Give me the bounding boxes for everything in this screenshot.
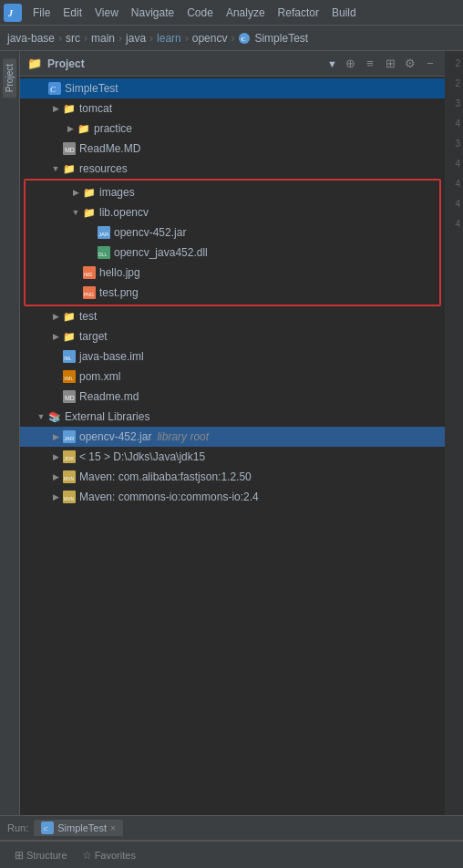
bottom-tab-structure[interactable]: ⊞ Structure bbox=[7, 846, 75, 864]
opencv-dll-arrow bbox=[84, 246, 97, 259]
test-png-label: test.png bbox=[99, 286, 139, 299]
readme-icon: MD bbox=[62, 141, 77, 156]
left-sidebar: Project bbox=[0, 51, 20, 815]
tree-item-resources[interactable]: 📁 resources bbox=[20, 159, 445, 179]
commons-io-label: Maven: commons-io:commons-io:2.4 bbox=[79, 491, 259, 503]
tree-item-ext-opencv-jar[interactable]: JAR opencv-452.jar library root bbox=[20, 427, 445, 447]
tree-item-images[interactable]: 📁 images bbox=[26, 182, 439, 202]
tree-item-maven-fastjson[interactable]: MVN Maven: com.alibaba:fastjson:1.2.50 bbox=[20, 467, 445, 487]
simpletest-arrow bbox=[35, 82, 47, 95]
tree-item-target[interactable]: 📁 target bbox=[20, 326, 445, 346]
jdk15-label: < 15 > D:\Jdks\Java\jdk15 bbox=[79, 450, 205, 463]
toolbar-close-icon[interactable]: − bbox=[423, 57, 437, 71]
breadcrumb-sep-1: › bbox=[58, 32, 62, 45]
commons-io-icon: MVN bbox=[62, 490, 77, 504]
hello-jpg-arrow bbox=[69, 266, 82, 279]
tree-item-readme-md[interactable]: MD ReadMe.MD bbox=[20, 139, 445, 159]
menu-edit[interactable]: Edit bbox=[57, 5, 87, 21]
iml-label: java-base.iml bbox=[79, 350, 144, 363]
run-bar: Run: C SimpleTest × bbox=[0, 815, 463, 841]
breadcrumb-src[interactable]: src bbox=[66, 32, 80, 45]
tree-item-tomcat[interactable]: 📁 tomcat bbox=[20, 98, 445, 119]
svg-text:IML: IML bbox=[64, 356, 72, 361]
run-tab[interactable]: C SimpleTest × bbox=[34, 820, 123, 836]
opencv-dll-icon: DLL bbox=[97, 245, 111, 260]
menu-file[interactable]: File bbox=[27, 5, 56, 21]
tree-item-external-libs[interactable]: 📚 External Libraries bbox=[20, 407, 445, 427]
test-arrow bbox=[49, 310, 62, 323]
project-toolbar-title: Project bbox=[47, 57, 322, 70]
tree-item-simpletest[interactable]: C SimpleTest bbox=[20, 78, 445, 98]
breadcrumb-main[interactable]: main bbox=[91, 32, 115, 45]
opencv-jar-label: opencv-452.jar bbox=[114, 226, 186, 239]
tree-item-hello-jpg[interactable]: IMG hello.jpg bbox=[26, 263, 439, 283]
resources-arrow bbox=[49, 162, 62, 175]
opencv-jar-icon: JAR bbox=[97, 225, 111, 240]
breadcrumb-java[interactable]: java bbox=[126, 32, 146, 45]
line-num-8: 4 bbox=[445, 193, 463, 213]
project-tab-label[interactable]: Project bbox=[3, 58, 16, 98]
jdk15-arrow bbox=[49, 450, 62, 463]
svg-text:MVN: MVN bbox=[64, 496, 75, 501]
structure-icon: ⊞ bbox=[15, 849, 24, 862]
tree-item-opencv-jar[interactable]: JAR opencv-452.jar bbox=[26, 222, 439, 243]
tree-item-libopencv[interactable]: 📁 lib.opencv bbox=[26, 202, 439, 222]
readme-label: ReadMe.MD bbox=[79, 142, 140, 155]
tree-container: C SimpleTest 📁 tomcat bbox=[20, 77, 445, 509]
red-highlight-box: 📁 images 📁 lib.opencv bbox=[24, 179, 441, 306]
breadcrumb-sep-4: › bbox=[149, 32, 153, 45]
resources-label: resources bbox=[79, 162, 128, 175]
toolbar-options-icon[interactable]: ⊞ bbox=[383, 57, 397, 71]
project-dropdown-icon[interactable]: ▼ bbox=[327, 58, 337, 69]
menu-analyze[interactable]: Analyze bbox=[221, 5, 271, 21]
menu-navigate[interactable]: Navigate bbox=[126, 5, 180, 21]
opencv-dll-label: opencv_java452.dll bbox=[114, 246, 208, 259]
images-icon: 📁 bbox=[82, 185, 97, 200]
breadcrumb-simpletest[interactable]: SimpleTest bbox=[254, 32, 308, 45]
run-tab-close-button[interactable]: × bbox=[110, 823, 116, 833]
readme-lower-label: Readme.md bbox=[79, 390, 139, 403]
svg-text:C: C bbox=[242, 36, 246, 43]
tomcat-label: tomcat bbox=[79, 102, 112, 115]
pom-label: pom.xml bbox=[79, 370, 120, 383]
menu-build[interactable]: Build bbox=[326, 5, 362, 21]
toolbar-locate-icon[interactable]: ⊕ bbox=[343, 57, 357, 71]
simpletest-icon: C bbox=[47, 81, 62, 96]
images-label: images bbox=[99, 186, 135, 199]
breadcrumb-learn[interactable]: learn bbox=[157, 32, 181, 45]
line-num-4: 4 bbox=[445, 113, 463, 133]
svg-text:MD: MD bbox=[65, 395, 75, 401]
tree-item-jdk15[interactable]: JDK < 15 > D:\Jdks\Java\jdk15 bbox=[20, 447, 445, 467]
tree-item-readme-lower[interactable]: MD Readme.md bbox=[20, 387, 445, 407]
toolbar-settings-icon[interactable]: ⚙ bbox=[403, 57, 417, 71]
tree-item-test-png[interactable]: PNG test.png bbox=[26, 283, 439, 303]
favorites-icon: ☆ bbox=[82, 849, 92, 862]
hello-jpg-label: hello.jpg bbox=[99, 266, 140, 279]
project-toolbar: 📁 Project ▼ ⊕ ≡ ⊞ ⚙ − bbox=[20, 51, 445, 77]
svg-text:C: C bbox=[50, 85, 57, 94]
practice-arrow bbox=[64, 122, 77, 135]
breadcrumb-opencv[interactable]: opencv bbox=[192, 32, 228, 45]
tree-item-java-base-iml[interactable]: IML java-base.iml bbox=[20, 346, 445, 367]
resources-icon: 📁 bbox=[62, 161, 77, 176]
toolbar-collapse-icon[interactable]: ≡ bbox=[363, 57, 377, 71]
fastjson-arrow bbox=[49, 470, 62, 483]
tree-item-maven-commons-io[interactable]: MVN Maven: commons-io:commons-io:2.4 bbox=[20, 487, 445, 507]
menu-code[interactable]: Code bbox=[181, 5, 219, 21]
hello-jpg-icon: IMG bbox=[82, 265, 97, 280]
menu-view[interactable]: View bbox=[89, 5, 124, 21]
tree-item-pom-xml[interactable]: XML pom.xml bbox=[20, 367, 445, 387]
fastjson-label: Maven: com.alibaba:fastjson:1.2.50 bbox=[79, 470, 252, 483]
breadcrumb-java-base[interactable]: java-base bbox=[7, 32, 55, 45]
bottom-tab-favorites[interactable]: ☆ Favorites bbox=[75, 846, 143, 864]
tree-item-opencv-dll[interactable]: DLL opencv_java452.dll bbox=[26, 243, 439, 263]
target-icon: 📁 bbox=[62, 329, 77, 344]
svg-text:DLL: DLL bbox=[98, 252, 107, 257]
run-label: Run: bbox=[7, 822, 28, 833]
tree-item-practice[interactable]: 📁 practice bbox=[20, 119, 445, 139]
menu-refactor[interactable]: Refactor bbox=[273, 5, 324, 21]
fastjson-icon: MVN bbox=[62, 470, 77, 484]
opencv-icon: C bbox=[238, 32, 251, 45]
bottom-bar: ⊞ Structure ☆ Favorites bbox=[0, 841, 463, 868]
tree-item-test[interactable]: 📁 test bbox=[20, 306, 445, 326]
